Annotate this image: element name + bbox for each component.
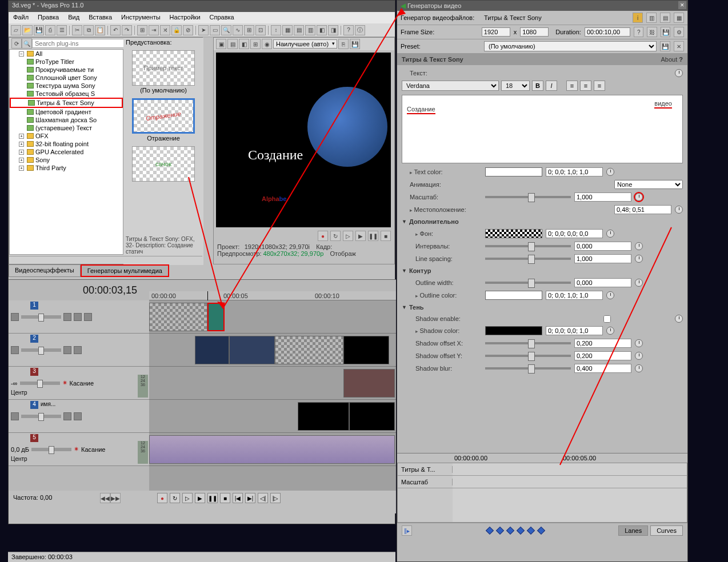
animate-icon[interactable] xyxy=(675,315,683,323)
split-icon[interactable]: ◧ xyxy=(239,39,249,49)
animate-icon[interactable] xyxy=(606,291,614,299)
outline-color-swatch[interactable] xyxy=(485,291,542,300)
background-value[interactable]: 0; 0,0; 0,0; 0,0 xyxy=(546,229,603,238)
linespacing-value[interactable]: 1,000 xyxy=(574,254,631,263)
background-swatch[interactable] xyxy=(485,229,542,238)
tracking-value[interactable]: 0,000 xyxy=(574,242,631,251)
timeline-clips-area[interactable] xyxy=(149,300,396,495)
play-button[interactable]: ▶ xyxy=(195,493,205,503)
clip-row-3[interactable] xyxy=(149,367,396,400)
clip[interactable] xyxy=(275,336,343,364)
menu-view[interactable]: Вид xyxy=(63,12,84,23)
clip-row-2[interactable] xyxy=(149,334,396,367)
outline-width-value[interactable]: 0,000 xyxy=(574,278,631,287)
kf-prev-button[interactable] xyxy=(496,527,504,535)
align-right-button[interactable]: ≡ xyxy=(594,81,605,91)
clip-row-1[interactable] xyxy=(149,300,396,334)
open-icon[interactable]: 📂 xyxy=(22,25,33,35)
track-header-1[interactable]: 1 xyxy=(9,300,149,334)
record-button[interactable]: ● xyxy=(157,493,167,503)
animate-icon[interactable] xyxy=(635,255,643,263)
animate-icon[interactable] xyxy=(606,168,614,176)
tool10-icon[interactable]: ▥ xyxy=(305,25,315,35)
tree-root[interactable]: −All xyxy=(10,50,123,58)
paste-icon[interactable]: 📋 xyxy=(95,25,105,35)
tree-folder[interactable]: +32-bit floating point xyxy=(10,140,123,148)
tree-item[interactable]: Сплошной цвет Sony xyxy=(10,74,123,82)
save-preset-icon[interactable]: 💾 xyxy=(661,27,671,37)
go-start-button[interactable]: |◀ xyxy=(233,493,243,503)
cut-icon[interactable]: ✂ xyxy=(72,25,82,35)
clip-fx-button[interactable] xyxy=(207,303,225,331)
tool5-icon[interactable]: ⊞ xyxy=(244,25,254,35)
shadow-blur-value[interactable]: 0,400 xyxy=(574,364,631,373)
undo-icon[interactable]: ↶ xyxy=(110,25,121,35)
chain-icon[interactable]: ⛓ xyxy=(647,27,657,37)
kf-first-button[interactable] xyxy=(486,527,494,535)
record-icon[interactable]: ● xyxy=(318,231,328,241)
tree-item[interactable]: ProType Titler xyxy=(10,58,123,66)
tab-videoeffects[interactable]: Видеоспецэффекты xyxy=(9,264,81,277)
tree-folder[interactable]: +GPU Accelerated xyxy=(10,148,123,156)
shadow-blur-slider[interactable] xyxy=(485,367,571,370)
render-icon[interactable]: ⎙ xyxy=(45,25,55,35)
keyframe-row[interactable]: Масштаб xyxy=(398,476,687,488)
stop-icon[interactable]: ■ xyxy=(381,231,391,241)
options-icon[interactable]: ⚙ xyxy=(674,27,684,37)
menu-insert[interactable]: Вставка xyxy=(84,12,117,23)
animation-select[interactable]: None xyxy=(614,180,683,189)
clip[interactable] xyxy=(343,336,389,364)
track-header-3[interactable]: 3 -∞✷Касание Центр 122436 xyxy=(9,367,149,400)
animate-icon[interactable] xyxy=(635,339,643,347)
menu-tools[interactable]: Инструменты xyxy=(117,12,165,23)
section-outline[interactable]: Контур xyxy=(402,265,683,276)
text-editor[interactable]: Создание видео xyxy=(402,95,683,163)
delete-preset-icon[interactable]: ✕ xyxy=(674,41,684,51)
view1-icon[interactable]: ▥ xyxy=(646,13,657,23)
position-value[interactable]: 0,48; 0,51 xyxy=(614,205,671,214)
play-start-icon[interactable]: ▷ xyxy=(343,231,353,241)
duration-input[interactable] xyxy=(585,27,630,37)
next-frame-button[interactable]: |▷ xyxy=(270,493,281,503)
snap-icon[interactable]: ⊞ xyxy=(137,25,147,35)
audio-clip[interactable] xyxy=(343,369,395,398)
info-icon[interactable]: i xyxy=(633,13,643,23)
frame-width-input[interactable] xyxy=(482,27,510,37)
view3-icon[interactable]: ▦ xyxy=(674,13,684,23)
menu-help[interactable]: Справка xyxy=(205,12,239,23)
preview-quality-dropdown[interactable]: Наилучшее (авто) xyxy=(273,39,337,49)
animate-icon[interactable] xyxy=(635,242,643,250)
save-icon[interactable]: 💾 xyxy=(34,25,44,35)
preset-item[interactable]: сачок xyxy=(132,146,195,182)
loop-button[interactable]: ↻ xyxy=(170,493,180,503)
font-select[interactable]: Verdana xyxy=(402,81,499,91)
clip[interactable] xyxy=(149,303,207,331)
tab-media-generators[interactable]: Генераторы мультимедиа xyxy=(81,264,169,277)
shadow-enable-checkbox[interactable] xyxy=(603,315,611,323)
clip[interactable] xyxy=(298,402,349,431)
ignore-icon[interactable]: ⊘ xyxy=(183,25,193,35)
save-snap-icon[interactable]: 💾 xyxy=(350,39,360,49)
animate-icon[interactable] xyxy=(606,327,614,335)
pause-icon[interactable]: ❚❚ xyxy=(368,231,378,241)
prev-frame-button[interactable]: ◁| xyxy=(258,493,268,503)
track-header-4[interactable]: 4имя... xyxy=(9,400,149,433)
timeline-ruler[interactable]: 00:00:00 00:00:05 00:00:10 xyxy=(149,291,396,300)
tool12-icon[interactable]: ◨ xyxy=(328,25,338,35)
tree-item[interactable]: Шахматная доска So xyxy=(10,116,123,124)
close-icon[interactable]: ✕ xyxy=(678,1,686,9)
lanes-button[interactable]: Lanes xyxy=(618,525,648,536)
preset-select[interactable]: (По умолчанию) xyxy=(484,41,657,51)
align-center-button[interactable]: ≡ xyxy=(580,81,591,91)
ext-monitor-icon[interactable]: ▣ xyxy=(216,39,226,49)
animate-icon[interactable] xyxy=(675,206,683,214)
track-header-5[interactable]: 5 0,0 дБ✷Касание Центр 122436 xyxy=(9,433,149,466)
section-additional[interactable]: Дополнительно xyxy=(402,216,683,227)
cursor-sync-icon[interactable]: ‖▸ xyxy=(402,525,412,536)
select-tool-icon[interactable]: ▭ xyxy=(210,25,220,35)
animate-icon[interactable] xyxy=(635,364,643,372)
shadow-offset-x-slider[interactable] xyxy=(485,342,571,344)
clip-row-4[interactable] xyxy=(149,400,396,433)
frame-height-input[interactable] xyxy=(520,27,549,37)
tool6-icon[interactable]: ⊡ xyxy=(255,25,266,35)
